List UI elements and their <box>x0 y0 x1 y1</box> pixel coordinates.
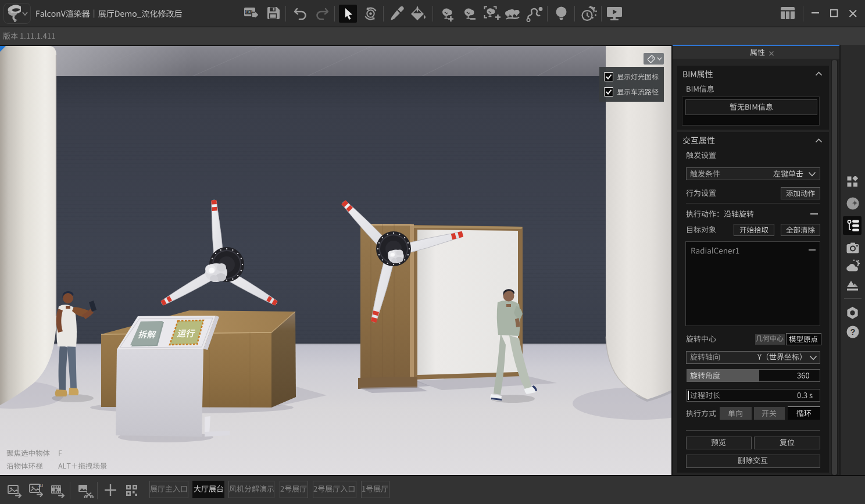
svg-text:?: ? <box>850 327 856 337</box>
svg-text:AI: AI <box>38 483 43 488</box>
